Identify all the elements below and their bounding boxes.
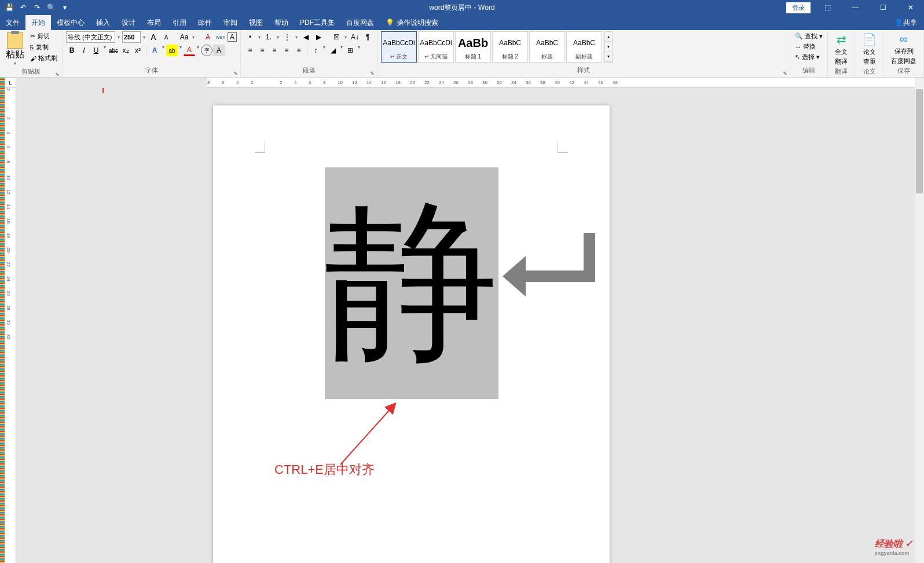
tab-references[interactable]: 引用 [167, 15, 192, 30]
style-item[interactable]: AaBb标题 1 [455, 31, 491, 63]
style-item[interactable]: AaBbCcDi↵ 无间隔 [418, 31, 454, 63]
font-name-dropdown-icon[interactable]: ▾ [116, 35, 121, 40]
distribute-button[interactable]: ≡ [293, 45, 305, 56]
char-border-button[interactable]: A [228, 32, 237, 42]
group-label-clipboard: 剪贴板⬊ [3, 67, 58, 77]
paste-button[interactable]: 粘贴 ▾ [3, 31, 27, 67]
tab-mailings[interactable]: 邮件 [192, 15, 218, 30]
para-launcher-icon[interactable]: ⬊ [370, 70, 375, 76]
page[interactable]: 静 CTRL+E居中对齐 [213, 105, 610, 563]
align-right-button[interactable]: ≡ [269, 45, 280, 56]
sort-button[interactable]: A↓ [349, 31, 361, 43]
tab-design[interactable]: 设计 [116, 15, 141, 30]
styles-launcher-icon[interactable]: ⬊ [783, 70, 787, 76]
redo-icon[interactable]: ↷ [32, 3, 42, 12]
align-left-button[interactable]: ≡ [244, 45, 256, 56]
vertical-ruler[interactable]: 22468101214161820222426283032 [5, 88, 16, 563]
ruler-tick: 2 [251, 80, 253, 85]
scrollbar-thumb[interactable] [916, 89, 923, 193]
gallery-expand-icon[interactable]: ▾ [605, 52, 612, 62]
cut-button[interactable]: ✂剪切 [29, 31, 58, 41]
bold-button[interactable]: B [66, 45, 78, 56]
gallery-down-icon[interactable]: ▾ [605, 42, 612, 52]
bullets-button[interactable]: • [244, 31, 256, 43]
font-name-combo[interactable]: 等线 (中文正文) [66, 31, 115, 43]
tab-pdf[interactable]: PDF工具集 [294, 15, 340, 30]
watermark: 经验啦 ✓ jingyanla.com [875, 538, 912, 556]
undo-icon[interactable]: ↶ [19, 3, 28, 12]
ruler-tick: 30 [6, 320, 11, 325]
underline-button[interactable]: U [90, 45, 102, 56]
tab-insert[interactable]: 插入 [90, 15, 116, 30]
maximize-icon[interactable]: ☐ [870, 0, 896, 15]
font-color-button[interactable]: A [184, 45, 195, 56]
clipboard-launcher-icon[interactable]: ⬊ [55, 71, 60, 77]
justify-button[interactable]: ≡ [281, 45, 292, 56]
login-button[interactable]: 登录 [786, 2, 811, 13]
find-button[interactable]: 🔍查找 ▾ [794, 31, 824, 41]
text-effects-button[interactable]: A [149, 45, 160, 56]
grow-font-button[interactable]: A [148, 31, 159, 43]
borders-button[interactable]: ⊞ [344, 45, 356, 56]
highlight-button[interactable]: ab [166, 45, 178, 56]
style-item[interactable]: AaBbCcDi↵ 正文 [381, 31, 417, 63]
tab-home[interactable]: 开始 [25, 15, 51, 30]
document-canvas[interactable]: 静 CTRL+E居中对齐 [16, 88, 915, 563]
close-icon[interactable]: ✕ [897, 0, 924, 15]
italic-button[interactable]: I [78, 45, 90, 56]
tab-file[interactable]: 文件 [0, 15, 25, 30]
superscript-button[interactable]: x² [132, 45, 144, 56]
tab-layout[interactable]: 布局 [141, 15, 167, 30]
shading-button[interactable]: ◢ [327, 45, 339, 56]
line-spacing-button[interactable]: ↕ [310, 45, 321, 56]
tab-template[interactable]: 模板中心 [51, 15, 90, 30]
tell-me-search[interactable]: 💡操作说明搜索 [380, 15, 444, 30]
window-controls: 登录 ⬚ — ☐ ✕ [786, 0, 924, 15]
save-to-cloud-button[interactable]: ∞ 保存到百度网盘 [888, 31, 920, 67]
style-item[interactable]: AaBbC标题 2 [492, 31, 528, 63]
phonetic-button[interactable]: wén [215, 31, 226, 43]
qat-dropdown-icon[interactable]: ▾ [60, 3, 69, 12]
tab-review[interactable]: 审阅 [218, 15, 243, 30]
indent-button[interactable]: ▶ [313, 31, 324, 43]
tab-help[interactable]: 帮助 [269, 15, 294, 30]
clear-format-button[interactable]: A [202, 31, 214, 43]
multilevel-button[interactable]: ⋮ [281, 31, 293, 43]
font-size-combo[interactable]: 250 [122, 31, 141, 43]
subscript-button[interactable]: x₂ [120, 45, 131, 56]
align-center-button[interactable]: ≡ [256, 45, 268, 56]
ribbon-options-icon[interactable]: ⬚ [814, 0, 841, 15]
style-item[interactable]: AaBbC标题 [529, 31, 565, 63]
full-translate-button[interactable]: ⇄ 全文翻译 [831, 31, 851, 67]
font-launcher-icon[interactable]: ⬊ [233, 70, 238, 76]
shrink-font-button[interactable]: A [160, 31, 172, 43]
select-button[interactable]: ↖选择 ▾ [794, 52, 824, 62]
thesis-check-button[interactable]: 📄 论文查重 [859, 31, 880, 67]
lightbulb-icon: 💡 [386, 19, 394, 27]
cn-layout-button[interactable]: ☒ [331, 31, 342, 43]
show-marks-button[interactable]: ¶ [362, 31, 373, 43]
selected-text-block[interactable]: 静 [325, 167, 498, 399]
change-case-button[interactable]: Aa [178, 31, 190, 43]
vertical-scrollbar[interactable] [915, 78, 924, 563]
tab-baidu[interactable]: 百度网盘 [340, 15, 380, 30]
style-item[interactable]: AaBbC副标题 [566, 31, 602, 63]
dedent-button[interactable]: ◀ [300, 31, 311, 43]
save-icon[interactable]: 💾 [5, 3, 14, 12]
numbering-button[interactable]: 1. [263, 31, 274, 43]
minimize-icon[interactable]: — [842, 0, 868, 15]
strike-button[interactable]: abc [108, 45, 119, 56]
char-shading-button[interactable]: A [213, 45, 225, 56]
paste-dropdown-icon[interactable]: ▾ [13, 61, 17, 66]
copy-button[interactable]: ⎘复制 [29, 42, 58, 52]
gallery-up-icon[interactable]: ▴ [605, 32, 612, 42]
horizontal-ruler[interactable]: 8642246810121416182022242628303234363840… [207, 78, 915, 88]
share-button[interactable]: 👤 共享 [888, 15, 924, 30]
replace-button[interactable]: ↔替换 [794, 42, 824, 52]
ruler-corner[interactable]: L [5, 78, 16, 88]
zoom-icon[interactable]: 🔍 [46, 3, 56, 12]
tab-view[interactable]: 视图 [243, 15, 269, 30]
circled-char-button[interactable]: 字 [201, 45, 212, 56]
format-painter-button[interactable]: 🖌格式刷 [29, 53, 58, 63]
font-size-dropdown-icon[interactable]: ▾ [142, 35, 146, 40]
